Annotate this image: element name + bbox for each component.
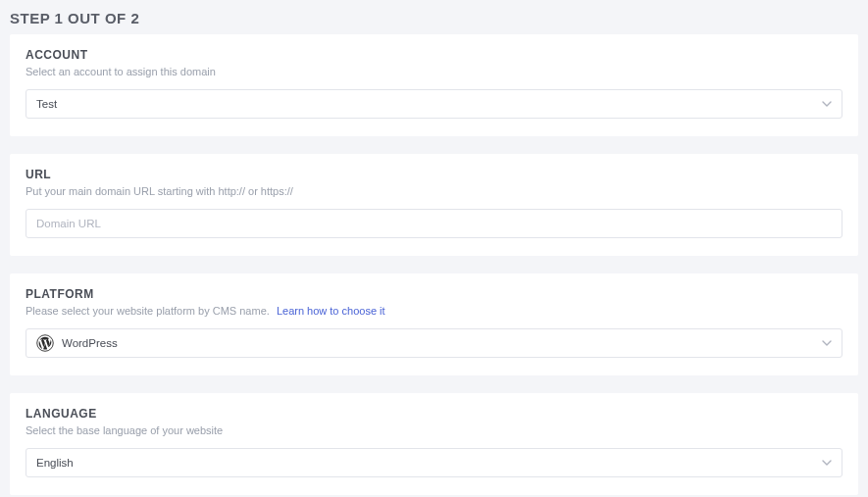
language-title: LANGUAGE — [26, 407, 842, 421]
language-card: LANGUAGE Select the base language of you… — [10, 393, 858, 495]
language-subtitle: Select the base language of your website — [26, 424, 842, 436]
platform-learn-link[interactable]: Learn how to choose it — [277, 305, 385, 317]
account-title: ACCOUNT — [26, 48, 842, 62]
url-card: URL Put your main domain URL starting wi… — [10, 154, 858, 256]
chevron-down-icon — [822, 460, 832, 466]
platform-title: PLATFORM — [26, 287, 842, 301]
language-select[interactable]: English — [26, 448, 842, 477]
url-input[interactable] — [26, 209, 842, 238]
account-select[interactable]: Test — [26, 89, 842, 119]
url-subtitle: Put your main domain URL starting with h… — [26, 185, 842, 197]
language-select-value: English — [36, 457, 74, 469]
platform-subtitle: Please select your website platform by C… — [26, 305, 842, 317]
chevron-down-icon — [822, 340, 832, 346]
account-card: ACCOUNT Select an account to assign this… — [10, 34, 858, 136]
platform-select[interactable]: WordPress — [26, 328, 842, 358]
step-title: STEP 1 OUT OF 2 — [0, 0, 868, 34]
platform-select-value: WordPress — [62, 337, 118, 349]
wordpress-icon — [36, 334, 54, 352]
platform-card: PLATFORM Please select your website plat… — [10, 273, 858, 375]
platform-subtitle-text: Please select your website platform by C… — [26, 305, 270, 317]
account-select-value: Test — [36, 98, 57, 110]
url-title: URL — [26, 168, 842, 181]
account-subtitle: Select an account to assign this domain — [26, 66, 842, 77]
chevron-down-icon — [822, 101, 832, 107]
